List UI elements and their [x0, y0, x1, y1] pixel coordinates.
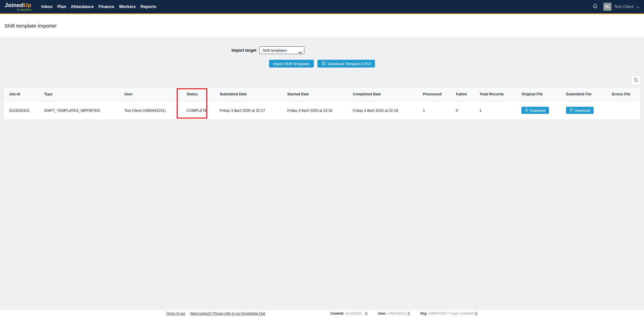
col-header-completed-date: Completed Date: [347, 87, 417, 101]
cell-submitted-file: Download: [561, 101, 606, 120]
page-title: Shift template importer: [4, 23, 57, 29]
footer-commit-meta: Commit: ae1f2f2afd...: [331, 312, 368, 315]
page-title-bar: Shift template importer: [0, 14, 644, 38]
table-header-row: Job Id Type User Status Submitted Date S…: [4, 87, 640, 101]
import-target-label: Import target: [231, 48, 256, 53]
cell-original-file: Download: [516, 101, 561, 120]
import-target-select-wrap: Shift templates: [259, 46, 304, 54]
user-name-label: Test Client: [614, 4, 634, 9]
cell-failed: 0: [450, 101, 474, 120]
col-header-type: Type: [39, 87, 119, 101]
main-content: Import target Shift templates Import Shi…: [0, 38, 644, 310]
copy-icon[interactable]: [365, 312, 368, 315]
table-toolbar: [3, 76, 641, 85]
nav-item-plan[interactable]: Plan: [57, 4, 66, 9]
refresh-icon: [634, 78, 638, 83]
notifications-button[interactable]: [592, 3, 598, 10]
cell-total-records: 1: [474, 101, 516, 120]
top-navbar: JoinedUp bybeeline Inbox Plan Attendance…: [0, 0, 644, 14]
logo-joined: Joined: [5, 2, 24, 8]
col-header-errors-file: Errors File: [606, 87, 640, 101]
refresh-button[interactable]: [631, 76, 641, 85]
cell-started-date: Friday 3 April 2026 at 22:18: [282, 101, 347, 120]
app-logo[interactable]: JoinedUp bybeeline: [5, 2, 31, 11]
nav-item-reports[interactable]: Reports: [140, 4, 156, 9]
cell-status: COMPLETE: [181, 101, 215, 120]
original-file-download-button[interactable]: Download: [521, 107, 549, 114]
footer-org-meta: Org: 1980441094 / Sugar Unlimited: [420, 312, 478, 315]
logo-byline: bybeeline: [5, 8, 31, 11]
col-header-submitted-date: Submitted Date: [214, 87, 282, 101]
main-nav: Inbox Plan Attendance Finance Workers Re…: [41, 4, 156, 9]
logo-up: Up: [24, 2, 31, 8]
download-circle-icon: [525, 108, 528, 112]
navbar-right: TC Test Client: [592, 3, 639, 11]
jobs-table-container: Job Id Type User Status Submitted Date S…: [3, 87, 641, 120]
support-knowledge-hub-link[interactable]: Need support? Please refer to our Knowle…: [190, 312, 265, 315]
terms-of-use-link[interactable]: Terms of use: [166, 312, 185, 315]
download-circle-icon: [321, 61, 326, 66]
download-button-label: Download: [574, 108, 590, 112]
col-header-started-date: Started Date: [282, 87, 347, 101]
table-header: Job Id Type User Status Submitted Date S…: [4, 87, 640, 101]
col-header-submitted-file: Submitted File: [561, 87, 606, 101]
commit-label: Commit:: [331, 312, 344, 315]
cell-processed: 1: [418, 101, 451, 120]
jobs-table: Job Id Type User Status Submitted Date S…: [4, 87, 640, 120]
page-footer: Terms of use Need support? Please refer …: [0, 310, 644, 317]
cell-errors-file: [606, 101, 640, 120]
col-header-total-records: Total Records: [474, 87, 516, 101]
logo-by: by: [17, 8, 20, 11]
import-shift-templates-button[interactable]: Import Shift Templates: [269, 60, 314, 67]
nav-item-attendance[interactable]: Attendance: [71, 4, 94, 9]
cell-job-id: 3124326101: [4, 101, 39, 120]
copy-icon[interactable]: [475, 312, 478, 315]
col-header-original-file: Original File: [516, 87, 561, 101]
footer-user-meta: User: 1980442231: [378, 312, 410, 315]
import-button-label: Import Shift Templates: [273, 62, 310, 66]
table-row: 3124326101 SHIFT_TEMPLATES_IMPORTER Test…: [4, 101, 640, 120]
download-template-button-label: Download Template (CSV): [328, 62, 371, 66]
copy-icon[interactable]: [407, 312, 410, 315]
cell-completed-date: Friday 3 April 2026 at 22:18: [347, 101, 417, 120]
bell-icon: [592, 3, 598, 10]
nav-item-finance[interactable]: Finance: [98, 4, 114, 9]
action-buttons-row: Import Shift Templates Download Template…: [3, 60, 641, 67]
download-button-label: Download: [530, 108, 546, 112]
import-target-select[interactable]: Shift templates: [259, 46, 304, 54]
cell-type: SHIFT_TEMPLATES_IMPORTER: [39, 101, 119, 120]
user-label: User:: [378, 312, 387, 315]
col-header-processed: Processed: [418, 87, 451, 101]
col-header-failed: Failed: [450, 87, 474, 101]
col-header-status: Status: [181, 87, 215, 101]
user-value: 1980442231: [388, 312, 406, 315]
logo-text: JoinedUp: [5, 2, 31, 8]
import-target-row: Import target Shift templates: [3, 46, 641, 54]
download-circle-icon: [569, 108, 573, 112]
cell-submitted-date: Friday 3 April 2026 at 22:17: [214, 101, 282, 120]
avatar: TC: [603, 3, 611, 11]
org-label: Org:: [420, 312, 427, 315]
logo-beeline: beeline: [21, 8, 31, 11]
user-menu[interactable]: TC Test Client: [603, 3, 639, 11]
submitted-file-download-button[interactable]: Download: [566, 107, 594, 114]
cell-user: Test Client (1980442231): [119, 101, 181, 120]
col-header-user: User: [119, 87, 181, 101]
col-header-job-id: Job Id: [4, 87, 39, 101]
download-template-csv-button[interactable]: Download Template (CSV): [317, 60, 375, 67]
nav-item-workers[interactable]: Workers: [119, 4, 136, 9]
chevron-down-icon: [636, 4, 639, 10]
org-value: 1980441094 / Sugar Unlimited: [428, 312, 474, 315]
commit-value: ae1f2f2afd...: [345, 312, 364, 315]
nav-item-inbox[interactable]: Inbox: [41, 4, 52, 9]
